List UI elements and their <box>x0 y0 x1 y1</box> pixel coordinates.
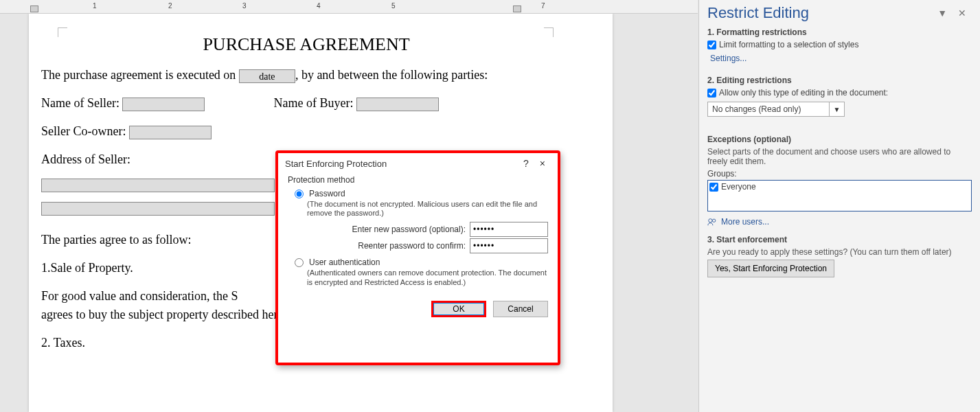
panel-dropdown-icon[interactable]: ▼ <box>932 8 953 19</box>
name-seller-field[interactable] <box>122 98 205 111</box>
svg-point-1 <box>712 219 715 222</box>
settings-link[interactable]: Settings... <box>710 54 747 63</box>
ruler-num: 2 <box>168 2 172 10</box>
limit-formatting-checkbox[interactable] <box>707 41 716 49</box>
ruler[interactable]: 1 2 3 4 5 7 <box>0 0 698 14</box>
editing-type-dropdown-button[interactable]: ▼ <box>830 102 845 117</box>
ruler-num: 3 <box>242 2 247 10</box>
reenter-password-label: Reenter password to confirm: <box>358 241 466 251</box>
ok-button[interactable]: OK <box>431 301 486 317</box>
seller-coowner-field[interactable] <box>129 126 212 139</box>
panel-close-icon[interactable]: ✕ <box>953 8 972 19</box>
name-seller-label: Name of Seller: <box>41 96 119 110</box>
ruler-num: 4 <box>317 2 321 10</box>
more-users-link[interactable]: More users... <box>707 217 972 227</box>
exceptions-head: Exceptions (optional) <box>707 135 972 144</box>
seller-coowner-label: Seller Co-owner: <box>41 124 126 138</box>
margin-corner <box>544 27 554 37</box>
date-field[interactable]: date <box>239 69 295 83</box>
start-enforcing-protection-button[interactable]: Yes, Start Enforcing Protection <box>707 260 834 277</box>
address-line1[interactable] <box>41 179 275 192</box>
dialog-help-button[interactable]: ? <box>518 158 534 169</box>
editing-type-select[interactable]: No changes (Read only) <box>707 102 830 117</box>
password-radio[interactable] <box>295 190 304 198</box>
limit-formatting-label[interactable]: Limit formatting to a selection of style… <box>719 40 858 49</box>
more-users-label: More users... <box>721 217 769 227</box>
exceptions-desc: Select parts of the document and choose … <box>707 147 972 166</box>
good-value: For good value and consideration, the S <box>41 289 238 303</box>
para1-suffix: , by and between the following parties: <box>295 68 488 82</box>
reenter-password-input[interactable] <box>470 238 548 253</box>
chevron-down-icon: ▼ <box>834 106 841 113</box>
panel-title: Restrict Editing <box>707 4 932 22</box>
svg-point-0 <box>709 219 712 222</box>
start-enforcement-head: 3. Start enforcement <box>707 235 972 244</box>
editing-restrictions-head: 2. Editing restrictions <box>707 76 972 85</box>
groups-label: Groups: <box>707 169 972 179</box>
everyone-label[interactable]: Everyone <box>721 182 756 192</box>
everyone-checkbox[interactable] <box>709 183 718 192</box>
start-enforcing-protection-dialog: Start Enforcing Protection ? × Protectio… <box>275 150 560 365</box>
groups-listbox[interactable]: Everyone <box>707 180 972 211</box>
para1-prefix: The purchase agreement is executed on <box>41 68 236 82</box>
users-icon <box>707 218 717 226</box>
protection-method-group: Protection method <box>288 175 548 185</box>
enter-password-input[interactable] <box>470 222 548 237</box>
password-desc: (The document is not encrypted. Maliciou… <box>307 200 548 218</box>
described: agrees to buy the subject property descr… <box>41 308 296 321</box>
formatting-restrictions-head: 1. Formatting restrictions <box>707 27 972 37</box>
ruler-num: 1 <box>93 2 97 10</box>
restrict-editing-panel: Restrict Editing ▼ ✕ 1. Formatting restr… <box>698 0 980 412</box>
password-radio-label[interactable]: Password <box>309 189 345 198</box>
allow-editing-label[interactable]: Allow only this type of editing in the d… <box>719 88 888 98</box>
ruler-num: 7 <box>541 2 545 10</box>
user-auth-radio-label[interactable]: User authentication <box>309 258 380 267</box>
name-buyer-field[interactable] <box>356 98 439 111</box>
ruler-num: 5 <box>391 2 396 10</box>
margin-corner <box>58 27 67 37</box>
dialog-close-button[interactable]: × <box>534 158 551 169</box>
start-enforcement-desc: Are you ready to apply these settings? (… <box>707 247 972 257</box>
name-buyer-label: Name of Buyer: <box>273 96 353 110</box>
enter-password-label: Enter new password (optional): <box>352 225 466 234</box>
cancel-button[interactable]: Cancel <box>493 301 548 317</box>
user-auth-desc: (Authenticated owners can remove documen… <box>307 268 548 286</box>
ruler-left-indent[interactable] <box>30 5 38 12</box>
dialog-title: Start Enforcing Protection <box>285 159 518 169</box>
doc-title: PURCHASE AGREEMENT <box>41 34 571 55</box>
ruler-right-indent[interactable] <box>513 5 521 12</box>
user-auth-radio[interactable] <box>295 258 304 267</box>
address-line2[interactable] <box>41 202 275 216</box>
allow-editing-checkbox[interactable] <box>707 89 716 98</box>
